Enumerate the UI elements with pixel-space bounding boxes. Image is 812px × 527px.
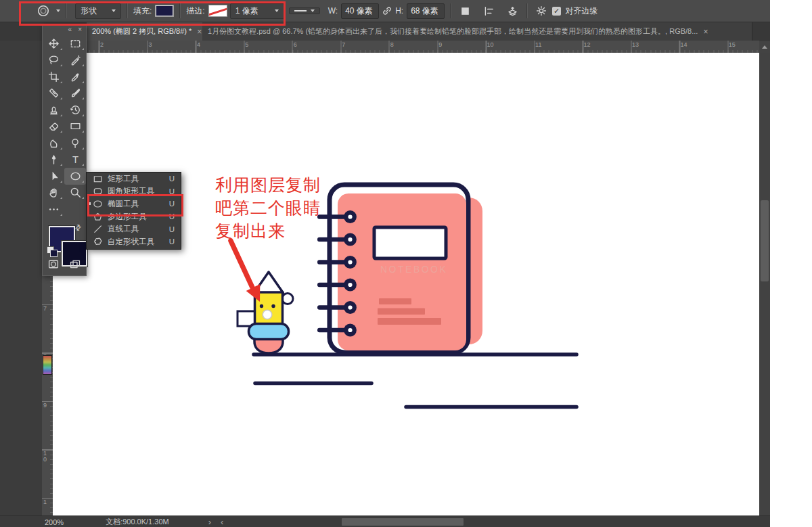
status-prev-arrow[interactable]: ‹ bbox=[221, 518, 223, 526]
width-input[interactable]: 40 像素 bbox=[341, 3, 379, 19]
annotation-text: 利用图层复制吧第二个眼睛复制出来 bbox=[215, 173, 321, 242]
align-edges-checkbox[interactable]: ✓ bbox=[552, 7, 561, 16]
path-arrangement-icon[interactable] bbox=[507, 5, 518, 17]
ellipse-preset-icon bbox=[37, 4, 50, 18]
vertical-scrollbar[interactable] bbox=[759, 53, 770, 515]
scrollbar-up-arrow[interactable] bbox=[759, 41, 770, 53]
ellipse-icon bbox=[70, 170, 81, 182]
status-next-arrow[interactable]: › bbox=[208, 518, 211, 526]
pen-icon bbox=[48, 154, 60, 165]
photoshop-window: 形状 填充: 描边: 1 像素 W: 40 像素 H: 68 像素 ✓ 对齐边缘 bbox=[0, 0, 770, 527]
link-dimensions-icon[interactable] bbox=[382, 5, 392, 16]
screen-mode-button[interactable] bbox=[68, 258, 82, 273]
tool-path-select[interactable] bbox=[43, 168, 64, 185]
path-alignment-icon[interactable] bbox=[483, 5, 495, 17]
height-input[interactable]: 68 像素 bbox=[407, 3, 445, 19]
tool-lasso[interactable] bbox=[43, 52, 64, 69]
tool-smudge[interactable] bbox=[43, 135, 64, 152]
ruler-number: 10 bbox=[43, 451, 49, 463]
zoom-icon bbox=[70, 187, 81, 198]
tool-brush[interactable] bbox=[64, 85, 86, 102]
tab-document-active[interactable]: 200% (椭圆 2 拷贝, RGB/8#) * × bbox=[87, 22, 213, 41]
rect-icon bbox=[93, 174, 103, 184]
stroke-style-select[interactable] bbox=[289, 7, 320, 14]
tool-gradient[interactable] bbox=[64, 118, 86, 135]
flyout-item-rounded-rect[interactable]: 圆角矩形工具U bbox=[87, 185, 181, 198]
chevron-down-icon bbox=[112, 9, 116, 12]
chevron-down-icon bbox=[311, 9, 315, 12]
annotation-text-line: 吧第二个眼睛 bbox=[215, 196, 321, 219]
flyout-item-shortcut: U bbox=[169, 225, 181, 233]
height-label: H: bbox=[395, 6, 403, 16]
tool-history-brush[interactable] bbox=[64, 101, 86, 118]
flyout-item-polygon[interactable]: 多边形工具U bbox=[87, 210, 181, 223]
stamp-icon bbox=[48, 104, 60, 116]
pencil-right-arm bbox=[282, 294, 293, 304]
tool-marquee[interactable] bbox=[64, 35, 86, 52]
ruler-color-marker bbox=[43, 355, 52, 375]
history-brush-icon bbox=[70, 104, 81, 116]
zoom-level-field[interactable]: 200% bbox=[45, 518, 64, 526]
svg-text:T: T bbox=[72, 154, 78, 165]
tool-quick-select[interactable] bbox=[64, 52, 86, 69]
ruler-vertical: 789101 bbox=[42, 275, 53, 515]
tool-dodge[interactable] bbox=[64, 135, 86, 152]
tab-document-inactive[interactable]: 1月份图文教程.psd @ 66.7% (铅笔的身体画出来了后，我们接着要绘制铅… bbox=[202, 22, 752, 41]
gear-icon bbox=[536, 5, 547, 16]
tool-eraser[interactable] bbox=[43, 118, 64, 135]
vertical-scrollbar-thumb[interactable] bbox=[761, 200, 769, 281]
arrange-icon bbox=[507, 5, 518, 17]
path-operations-icon[interactable] bbox=[459, 5, 471, 17]
toolbar-tools: T bbox=[43, 35, 86, 218]
chevron-down-icon bbox=[275, 9, 279, 12]
tool-preset-picker[interactable] bbox=[34, 4, 60, 18]
ruler-number: 9 bbox=[43, 403, 49, 409]
flyout-item-line[interactable]: 直线工具U bbox=[87, 223, 181, 235]
tool-eyedropper[interactable] bbox=[64, 68, 86, 85]
horizontal-scrollbar-thumb[interactable] bbox=[342, 518, 464, 526]
crop-icon bbox=[48, 71, 60, 83]
tool-crop[interactable] bbox=[43, 68, 64, 85]
tool-more[interactable] bbox=[43, 201, 64, 218]
quick-mask-button[interactable] bbox=[47, 258, 60, 273]
stroke-color-swatch[interactable] bbox=[208, 5, 227, 17]
close-icon[interactable]: × bbox=[78, 26, 82, 33]
flyout-item-shortcut: U bbox=[169, 187, 181, 196]
flyout-item-rect[interactable]: 矩形工具U bbox=[87, 173, 181, 185]
tool-healing[interactable] bbox=[43, 85, 64, 102]
gear-icon[interactable] bbox=[536, 5, 547, 16]
tool-mode-select[interactable]: 形状 bbox=[75, 3, 121, 19]
tool-ellipse[interactable] bbox=[64, 168, 86, 185]
custom-shape-icon bbox=[93, 237, 103, 247]
pencil-character bbox=[238, 272, 293, 353]
stroke-width-select[interactable]: 1 像素 bbox=[230, 3, 284, 19]
tool-hand[interactable] bbox=[43, 185, 64, 202]
canvas[interactable]: 利用图层复制吧第二个眼睛复制出来 NOTEBOOK bbox=[53, 53, 759, 515]
close-icon[interactable]: × bbox=[703, 27, 708, 37]
tool-type[interactable]: T bbox=[64, 152, 86, 168]
tool-move[interactable] bbox=[43, 35, 64, 52]
pencil-eye-right bbox=[271, 304, 275, 308]
default-colors-icon[interactable] bbox=[50, 250, 58, 257]
path-select-icon bbox=[48, 170, 60, 182]
path-ops-icon bbox=[459, 5, 471, 17]
tool-zoom[interactable] bbox=[64, 185, 86, 202]
close-icon[interactable]: × bbox=[197, 27, 202, 37]
flyout-item-custom-shape[interactable]: 自定形状工具U bbox=[87, 235, 181, 248]
pencil-mouth bbox=[263, 310, 272, 319]
tool-stamp[interactable] bbox=[43, 101, 64, 118]
fill-color-swatch[interactable] bbox=[155, 5, 174, 17]
collapse-panel-icon[interactable]: « bbox=[68, 26, 72, 33]
tab-title: 1月份图文教程.psd @ 66.7% (铅笔的身体画出来了后，我们接着要绘制铅… bbox=[208, 26, 698, 37]
tool-pen[interactable] bbox=[43, 152, 64, 168]
chevron-down-icon bbox=[56, 9, 60, 12]
align-edges-label: 对齐边缘 bbox=[565, 5, 597, 17]
flyout-item-ellipse[interactable]: 椭圆工具U bbox=[87, 198, 181, 210]
flyout-item-label: 圆角矩形工具 bbox=[108, 186, 169, 196]
ruler-number: 2 bbox=[100, 41, 104, 48]
ruler-number: 13 bbox=[632, 41, 639, 48]
divider bbox=[526, 3, 528, 18]
ruler-number: 7 bbox=[342, 41, 345, 48]
screenshot-root: 形状 填充: 描边: 1 像素 W: 40 像素 H: 68 像素 ✓ 对齐边缘 bbox=[0, 0, 812, 527]
flyout-item-shortcut: U bbox=[169, 200, 181, 208]
